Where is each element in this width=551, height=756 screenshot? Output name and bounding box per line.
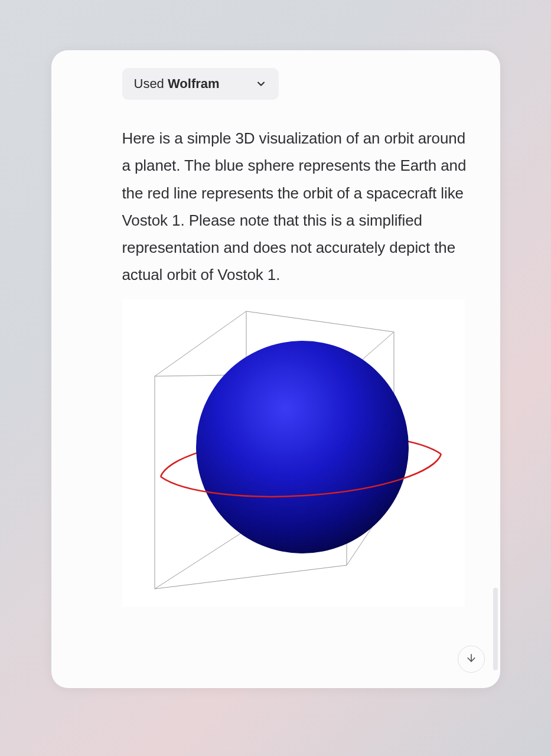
chat-message-card: Used Wolfram Here is a simple 3D visuali…	[51, 50, 500, 688]
arrow-down-icon	[465, 652, 477, 666]
scroll-to-bottom-button[interactable]	[458, 646, 485, 673]
scrollbar-thumb[interactable]	[493, 588, 498, 670]
tool-chip-label: Used Wolfram	[134, 76, 220, 92]
svg-line-3	[155, 530, 246, 589]
assistant-message-text: Here is a simple 3D visualization of an …	[122, 125, 468, 289]
orbit-visualization	[122, 299, 465, 607]
chevron-down-icon	[255, 78, 267, 90]
svg-line-0	[155, 311, 246, 376]
planet-sphere	[196, 341, 409, 553]
tool-used-chip[interactable]: Used Wolfram	[122, 68, 279, 100]
